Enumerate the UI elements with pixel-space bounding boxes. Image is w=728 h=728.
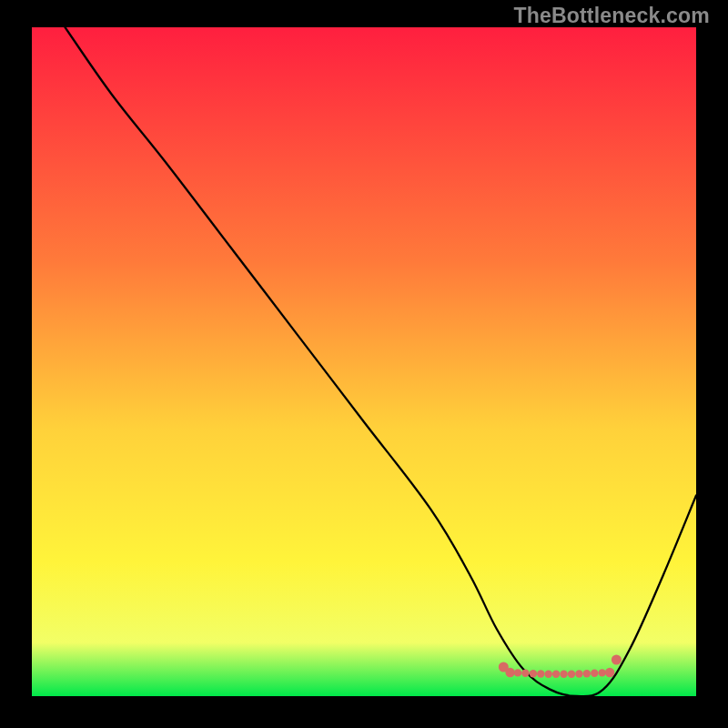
optimal-range-markers (499, 655, 622, 679)
optimal-marker (575, 670, 582, 677)
optimal-marker-end (499, 662, 509, 672)
bottleneck-curve (66, 27, 697, 696)
optimal-marker (568, 671, 575, 678)
optimal-marker (591, 670, 598, 677)
optimal-marker (521, 670, 529, 677)
optimal-marker (514, 669, 521, 676)
plot-area (32, 27, 696, 696)
optimal-marker (599, 669, 606, 676)
optimal-marker (583, 670, 591, 677)
optimal-marker (552, 671, 560, 678)
optimal-marker (605, 668, 614, 677)
optimal-marker (560, 671, 567, 678)
watermark-text: TheBottleneck.com (513, 4, 710, 28)
optimal-marker (530, 670, 537, 677)
optimal-marker (545, 671, 552, 678)
chart-frame: TheBottleneck.com (0, 0, 728, 728)
optimal-marker (537, 670, 544, 677)
curve-layer (32, 27, 696, 696)
optimal-marker-end (612, 655, 622, 665)
